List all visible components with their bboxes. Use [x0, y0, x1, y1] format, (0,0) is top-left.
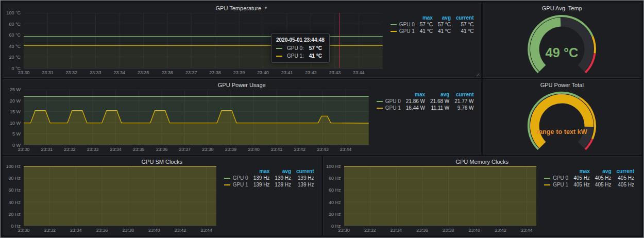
y-tick-label: 40 Hz — [329, 200, 341, 205]
sm-clocks-plot[interactable] — [24, 166, 216, 226]
legend-stat-current: 41 °C — [453, 28, 476, 35]
panel-gpu-memory-clocks: GPU Memory Clocks 0 Hz20 Hz40 Hz60 Hz80 … — [323, 156, 642, 235]
power-usage-plot[interactable] — [24, 90, 369, 145]
legend-stat-current: 139 Hz — [294, 181, 316, 188]
memory-clocks-plot[interactable] — [344, 166, 537, 226]
legend-table: maxavgcurrentGPU 021.86 W21.68 W21.77 WG… — [374, 91, 477, 111]
y-axis-labels: 0 Hz20 Hz40 Hz60 Hz80 Hz100 Hz — [325, 166, 344, 226]
y-tick-label: 80 Hz — [8, 176, 21, 181]
legend-series-name[interactable]: GPU 1 — [541, 181, 571, 188]
legend-stat-avg: 21.68 W — [428, 98, 452, 105]
gauge-value: range to text kW — [536, 128, 587, 135]
legend-header-max[interactable]: max — [251, 168, 273, 175]
x-tick-label: 23:34 — [110, 147, 122, 152]
legend: maxavgcurrentGPU 0405 Hz405 Hz405 HzGPU … — [536, 166, 637, 234]
x-tick-label: 23:32 — [66, 70, 78, 75]
y-axis-labels: 0 °C20 °C40 °C60 °C80 °C100 °C — [4, 13, 24, 69]
panel-title-gpu-avg-temp[interactable]: GPU Avg. Temp — [483, 3, 641, 13]
legend-stat-max: 139 Hz — [251, 175, 273, 181]
legend-row: GPU 057 °C57 °C57 °C — [388, 21, 477, 28]
y-tick-label: 60 Hz — [329, 188, 341, 193]
legend-header-spacer — [374, 91, 403, 98]
legend-series-name[interactable]: GPU 0 — [541, 175, 571, 181]
legend-header-current[interactable]: current — [452, 91, 476, 98]
legend-stat-current: 405 Hz — [614, 181, 637, 188]
panel-title-gpu-memory-clocks[interactable]: GPU Memory Clocks — [324, 157, 641, 166]
x-tick-label: 23:30 — [18, 147, 30, 152]
legend-header-avg[interactable]: avg — [435, 14, 453, 21]
tooltip-series-name: GPU 0: — [287, 44, 304, 52]
x-tick-label: 23:39 — [233, 70, 245, 75]
series-swatch — [544, 178, 550, 179]
tooltip-series-value: 41 °C — [309, 52, 322, 60]
panel-title-gpu-sm-clocks[interactable]: GPU SM Clocks — [3, 157, 321, 166]
x-tick-label: 23:40 — [257, 70, 269, 75]
legend-header-spacer — [222, 168, 251, 175]
x-tick-label: 23:43 — [329, 70, 341, 75]
series-swatch — [544, 184, 550, 185]
legend-row: GPU 1139 Hz139 Hz139 Hz — [222, 181, 317, 188]
x-tick-label: 23:34 — [114, 70, 126, 75]
panel-title-gpu-power-total[interactable]: GPU Power Total — [483, 80, 641, 90]
legend-row: GPU 0139 Hz139 Hz139 Hz — [222, 175, 317, 181]
legend-series-name[interactable]: GPU 1 — [222, 181, 251, 188]
legend-header-current[interactable]: current — [294, 168, 316, 175]
x-tick-label: 23:35 — [138, 70, 149, 75]
panel-body: 0 Hz20 Hz40 Hz60 Hz80 Hz100 Hz 23:3023:3… — [3, 166, 321, 235]
legend-series-name[interactable]: GPU 0 — [374, 98, 403, 105]
legend-table: maxavgcurrentGPU 0405 Hz405 Hz405 HzGPU … — [541, 168, 637, 188]
legend-stat-current: 57 °C — [453, 21, 476, 28]
x-tick-label: 23:37 — [185, 70, 197, 75]
legend-header-current[interactable]: current — [453, 14, 476, 21]
dashboard-row-3: GPU SM Clocks 0 Hz20 Hz40 Hz60 Hz80 Hz10… — [3, 156, 641, 235]
graph-tooltip: 2020-05-01 23:44:48 GPU 0: 57 °C GPU 1: … — [271, 33, 330, 63]
x-tick-label: 23:40 — [248, 147, 260, 152]
series-swatch — [224, 178, 230, 179]
grafana-dashboard: GPU Temperature ▼ 0 °C20 °C40 °C60 °C80 … — [1, 1, 643, 237]
x-tick-label: 23:34 — [391, 228, 402, 233]
legend-stat-current: 405 Hz — [614, 175, 637, 181]
legend-stat-avg: 11.11 W — [428, 105, 452, 111]
y-tick-label: 100 Hz — [6, 164, 21, 169]
gauge-svg: range to text kW — [486, 90, 637, 154]
legend-series-name[interactable]: GPU 1 — [388, 28, 417, 35]
chart-area: 0 Hz20 Hz40 Hz60 Hz80 Hz100 Hz 23:3023:3… — [4, 166, 216, 234]
y-tick-label: 25 W — [10, 87, 21, 92]
panel-title-gpu-temperature[interactable]: GPU Temperature ▼ — [3, 3, 481, 13]
legend-header-avg[interactable]: avg — [592, 168, 614, 175]
dashboard-row-2: GPU Power Usage 0 W5 W10 W15 W20 W25 W 2… — [3, 79, 641, 155]
x-tick-label: 23:42 — [294, 147, 306, 152]
legend-table: maxavgcurrentGPU 0139 Hz139 Hz139 HzGPU … — [222, 168, 317, 188]
legend-header-max[interactable]: max — [571, 168, 592, 175]
x-tick-label: 23:32 — [64, 147, 76, 152]
legend-series-name[interactable]: GPU 0 — [388, 21, 417, 28]
panel-title-gpu-power-usage[interactable]: GPU Power Usage — [3, 80, 481, 90]
legend-header-max[interactable]: max — [403, 91, 428, 98]
x-tick-label: 23:40 — [148, 228, 160, 233]
chart-area: 0 Hz20 Hz40 Hz60 Hz80 Hz100 Hz 23:3023:3… — [325, 166, 537, 234]
y-axis-labels: 0 Hz20 Hz40 Hz60 Hz80 Hz100 Hz — [4, 166, 24, 226]
panel-body: 0 W5 W10 W15 W20 W25 W 23:3023:3123:3223… — [3, 90, 481, 154]
panel-title-text: GPU Memory Clocks — [455, 159, 509, 165]
legend-header-avg[interactable]: avg — [272, 168, 294, 175]
panel-title-text: GPU Power Total — [540, 82, 584, 88]
legend-stat-max: 16.44 W — [403, 105, 428, 111]
y-tick-label: 20 Hz — [329, 212, 341, 217]
legend-stat-avg: 139 Hz — [272, 181, 294, 188]
x-tick-label: 23:34 — [70, 228, 82, 233]
x-tick-label: 23:30 — [18, 228, 30, 233]
series-swatch-gpu1 — [276, 56, 282, 57]
series-swatch — [224, 184, 230, 185]
legend-stat-max: 41 °C — [417, 28, 435, 35]
legend-header-avg[interactable]: avg — [428, 91, 452, 98]
y-tick-label: 40 Hz — [8, 200, 21, 205]
legend-series-name[interactable]: GPU 0 — [222, 175, 251, 181]
legend-stat-max: 57 °C — [417, 21, 435, 28]
legend-stat-current: 21.77 W — [452, 98, 476, 105]
legend-header-max[interactable]: max — [417, 14, 435, 21]
legend-series-name[interactable]: GPU 1 — [374, 105, 403, 111]
legend-stat-avg: 41 °C — [435, 28, 453, 35]
legend-stat-current: 139 Hz — [294, 175, 316, 181]
legend-header-current[interactable]: current — [614, 168, 637, 175]
series-swatch — [391, 24, 397, 25]
